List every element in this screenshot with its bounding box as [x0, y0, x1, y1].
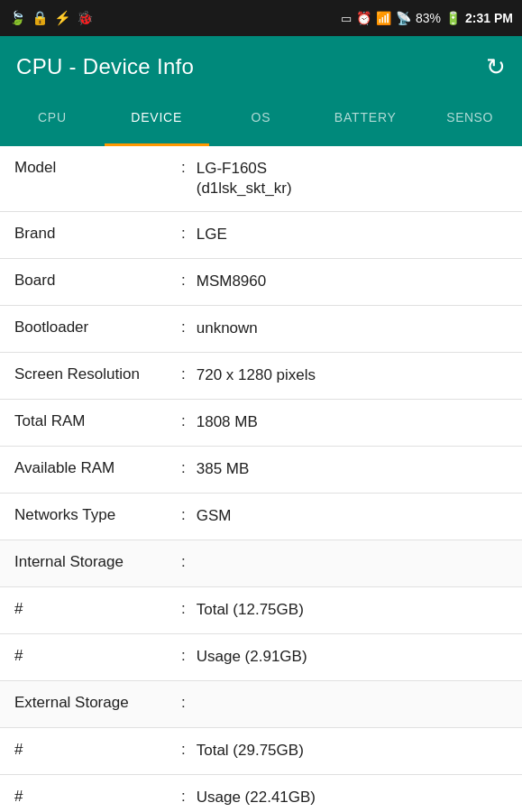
app-bar: CPU - Device Info ↻ [0, 36, 522, 97]
row-separator: : [181, 318, 186, 337]
sim-icon: ▭ [341, 12, 352, 25]
row-label: # [14, 741, 181, 759]
table-row: Available RAM:385 MB [0, 447, 522, 494]
alarm-icon: ⏰ [356, 11, 371, 25]
row-label: Networks Type [14, 506, 181, 524]
table-row: #:Total (12.75GB) [0, 587, 522, 634]
row-value: 1808 MB [197, 412, 508, 432]
row-value: Total (12.75GB) [197, 600, 508, 620]
row-label: Model [14, 159, 181, 177]
table-row: #:Usage (22.41GB) [0, 775, 522, 812]
row-value: 385 MB [197, 459, 508, 479]
tab-battery[interactable]: BATTERY [313, 97, 417, 146]
row-value: LGE [197, 225, 508, 245]
table-row: Board:MSM8960 [0, 259, 522, 306]
row-separator: : [181, 694, 186, 712]
time-display: 2:31 PM [465, 11, 513, 25]
signal-icon: 📡 [396, 11, 411, 25]
row-label: Brand [14, 225, 181, 243]
row-value: Usage (22.41GB) [197, 788, 508, 807]
table-row: #:Usage (2.91GB) [0, 634, 522, 681]
row-separator: : [181, 272, 186, 290]
table-row: External Storage: [0, 681, 522, 728]
row-separator: : [181, 600, 186, 618]
row-separator: : [181, 553, 186, 571]
row-separator: : [181, 412, 186, 430]
table-row: Screen Resolution:720 x 1280 pixels [0, 353, 522, 400]
row-separator: : [181, 159, 186, 177]
usb-icon: ⚡ [54, 10, 71, 26]
row-label: External Storage [14, 694, 181, 712]
table-row: Internal Storage: [0, 540, 522, 587]
refresh-button[interactable]: ↻ [486, 53, 506, 81]
tab-device[interactable]: DEVICE [105, 97, 209, 146]
battery-text: 83% [416, 11, 441, 25]
row-value: LG-F160S (d1lsk_skt_kr) [197, 159, 508, 198]
row-label: Bootloader [14, 318, 181, 337]
row-separator: : [181, 365, 186, 383]
row-value: Usage (2.91GB) [197, 647, 508, 667]
row-label: # [14, 788, 181, 806]
row-label: Total RAM [14, 412, 181, 430]
table-row: Brand:LGE [0, 212, 522, 259]
leaf-icon: 🍃 [9, 10, 26, 26]
status-info-right: ▭ ⏰ 📶 📡 83% 🔋 2:31 PM [341, 11, 513, 25]
battery-icon: 🔋 [445, 11, 461, 25]
row-separator: : [181, 225, 186, 243]
row-separator: : [181, 741, 186, 759]
tab-sensor[interactable]: SENSO [417, 97, 522, 146]
lock-icon: 🔒 [32, 10, 49, 26]
app-title: CPU - Device Info [16, 54, 194, 79]
row-label: Available RAM [14, 459, 181, 477]
table-row: Bootloader:unknown [0, 306, 522, 353]
status-icons-left: 🍃 🔒 ⚡ 🐞 [9, 10, 94, 26]
row-label: # [14, 647, 181, 665]
row-label: # [14, 600, 181, 618]
row-value: unknown [197, 318, 508, 338]
row-separator: : [181, 788, 186, 806]
table-row: Networks Type:GSM [0, 494, 522, 540]
row-label: Board [14, 272, 181, 290]
row-separator: : [181, 647, 186, 665]
bug-icon: 🐞 [77, 10, 94, 26]
row-value: MSM8960 [197, 272, 508, 291]
table-row: Total RAM:1808 MB [0, 400, 522, 447]
status-bar: 🍃 🔒 ⚡ 🐞 ▭ ⏰ 📶 📡 83% 🔋 2:31 PM [0, 0, 522, 36]
wifi-icon: 📶 [376, 11, 391, 25]
row-label: Internal Storage [14, 553, 181, 571]
row-separator: : [181, 459, 186, 477]
row-value: 720 x 1280 pixels [197, 365, 508, 385]
tab-cpu[interactable]: CPU [0, 97, 105, 146]
row-label: Screen Resolution [14, 365, 181, 383]
row-separator: : [181, 506, 186, 524]
tab-os[interactable]: OS [209, 97, 314, 146]
table-row: Model:LG-F160S (d1lsk_skt_kr) [0, 146, 522, 212]
row-value: GSM [197, 506, 508, 526]
device-info-content: Model:LG-F160S (d1lsk_skt_kr)Brand:LGEBo… [0, 146, 522, 812]
table-row: #:Total (29.75GB) [0, 728, 522, 775]
row-value: Total (29.75GB) [197, 741, 508, 761]
tab-bar: CPU DEVICE OS BATTERY SENSO [0, 97, 522, 146]
